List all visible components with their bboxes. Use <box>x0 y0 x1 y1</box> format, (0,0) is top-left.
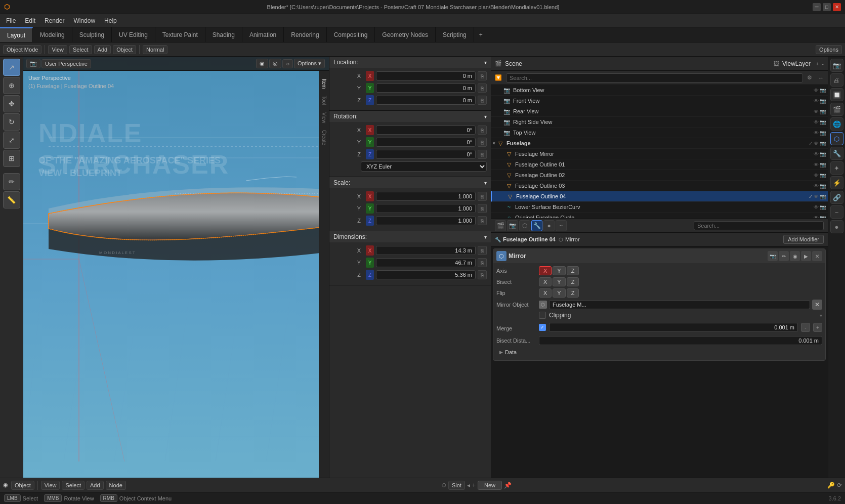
outliner-item-fuselage[interactable]: ▾ ▽ Fuselage ✓ 👁 📷 <box>491 138 828 149</box>
visibility-toggle[interactable]: 👁 <box>814 162 819 167</box>
toolbar-select[interactable]: Select <box>69 45 92 54</box>
menu-render[interactable]: Render <box>40 16 68 25</box>
scale-z-value[interactable]: 1.000 <box>376 216 476 225</box>
modifier-edit-btn[interactable]: ✏ <box>779 251 789 261</box>
physics-props-btn[interactable]: ⚡ <box>830 176 843 189</box>
outliner-item-bottom-view[interactable]: 📷 Bottom View 👁 📷 <box>491 85 828 96</box>
visibility-toggle[interactable]: 👁 <box>814 141 819 146</box>
pin-icon[interactable]: 📌 <box>504 482 512 489</box>
location-y-value[interactable]: 0 m <box>376 83 476 93</box>
remove-scene-icon[interactable]: - <box>822 61 824 67</box>
outliner-search-input[interactable] <box>506 73 803 82</box>
modifier-camera-btn[interactable]: 📷 <box>768 251 778 261</box>
menu-help[interactable]: Help <box>100 16 121 25</box>
dim-x-value[interactable]: 14.3 m <box>376 246 476 255</box>
timeline-sync-icon[interactable]: ⟳ <box>837 482 842 489</box>
dim-y-value[interactable]: 46.7 m <box>376 258 476 267</box>
outliner-item-outline-04[interactable]: ▽ Fuselage Outline 04 ✓ 👁 📷 <box>491 191 828 202</box>
vp-tab-tool[interactable]: Tool <box>320 93 328 108</box>
render-toggle[interactable]: 📷 <box>820 141 826 146</box>
tab-modeling[interactable]: Modeling <box>33 27 72 42</box>
bisect-dist-value[interactable]: 0.001 m <box>539 336 822 345</box>
tool-scale[interactable]: ⤢ <box>3 132 20 149</box>
viewport-header-camera[interactable]: 📷 <box>26 59 40 68</box>
outliner-filter-options[interactable]: ⚙ <box>805 73 814 82</box>
tool-measure[interactable]: 📏 <box>3 191 20 208</box>
scene-props-btn[interactable]: 🎬 <box>830 103 843 116</box>
outliner-item-outline-01[interactable]: ▽ Fuselage Outline 01 👁 📷 <box>491 159 828 170</box>
add-workspace-button[interactable]: + <box>474 29 488 40</box>
tool-rotate[interactable]: ↻ <box>3 113 20 131</box>
render-toggle[interactable]: 📷 <box>820 194 826 199</box>
view-layer-props-btn[interactable]: 🔲 <box>830 88 843 101</box>
props-object-btn[interactable]: ⬡ <box>519 220 530 231</box>
bottom-node[interactable]: Node <box>106 481 126 490</box>
flip-x-button[interactable]: X <box>539 288 552 298</box>
tool-select[interactable]: ↗ <box>3 59 20 76</box>
location-header[interactable]: Location: ▾ <box>329 57 491 68</box>
scene-name[interactable]: Scene <box>505 60 522 67</box>
data-props-btn[interactable]: ~ <box>830 205 843 219</box>
shading-selector[interactable]: Normal <box>143 45 167 54</box>
tab-texture-paint[interactable]: Texture Paint <box>155 27 205 42</box>
rotation-header[interactable]: Rotation: ▾ <box>329 111 491 122</box>
viewport-shading-material[interactable]: ◎ <box>269 59 281 68</box>
dim-y-copy[interactable]: ⎘ <box>478 258 487 267</box>
rotation-z-value[interactable]: 0° <box>376 150 476 159</box>
visibility-toggle[interactable]: 👁 <box>814 194 819 199</box>
bottom-select[interactable]: Select <box>62 481 85 490</box>
tab-layout[interactable]: Layout <box>0 27 33 42</box>
tool-move[interactable]: ✥ <box>3 95 20 112</box>
options-button[interactable]: Options <box>816 45 842 54</box>
visibility-toggle[interactable]: 👁 <box>814 130 819 136</box>
material-props-btn[interactable]: ● <box>830 220 843 233</box>
merge-checkbox[interactable]: ✓ <box>539 324 546 331</box>
outliner-item-right-side[interactable]: 📷 Right Side View 👁 📷 <box>491 117 828 128</box>
axis-z-button[interactable]: Z <box>567 266 579 275</box>
props-render-btn[interactable]: 📷 <box>507 220 518 231</box>
rotation-x-value[interactable]: 0° <box>376 125 476 135</box>
location-x-copy[interactable]: ⎘ <box>478 71 487 80</box>
world-props-btn[interactable]: 🌐 <box>830 117 843 131</box>
scale-x-copy[interactable]: ⎘ <box>478 192 487 201</box>
props-data-btn[interactable]: ~ <box>556 220 567 231</box>
clipping-checkbox[interactable] <box>539 312 546 319</box>
scale-header[interactable]: Scale: ▾ <box>329 177 491 188</box>
slot-add-btn[interactable]: + <box>472 482 476 489</box>
dim-z-value[interactable]: 5.36 m <box>376 270 476 279</box>
props-scene-btn[interactable]: 🎬 <box>495 220 506 231</box>
render-toggle[interactable]: 📷 <box>820 183 826 189</box>
check-icon[interactable]: ✓ <box>809 141 813 146</box>
dimensions-header[interactable]: Dimensions: ▾ <box>329 231 491 242</box>
outliner-item-outline-02[interactable]: ▽ Fuselage Outline 02 👁 📷 <box>491 170 828 181</box>
render-props-btn[interactable]: 📷 <box>830 59 843 72</box>
output-props-btn[interactable]: 🖨 <box>830 73 843 87</box>
render-toggle[interactable]: 📷 <box>820 173 826 178</box>
tab-scripting[interactable]: Scripting <box>436 27 474 42</box>
particles-props-btn[interactable]: ✦ <box>830 161 843 175</box>
flip-z-button[interactable]: Z <box>567 288 579 298</box>
maximize-button[interactable]: □ <box>823 3 831 11</box>
viewport-options-toggle[interactable]: Options ▾ <box>294 59 325 68</box>
menu-window[interactable]: Window <box>69 16 99 25</box>
viewport-header-mode[interactable]: User Perspective <box>41 59 91 68</box>
merge-increase-btn[interactable]: + <box>813 323 822 332</box>
tool-cursor[interactable]: ⊕ <box>3 77 20 94</box>
rotation-y-copy[interactable]: ⎘ <box>478 138 487 147</box>
object-props-btn[interactable]: ⬡ <box>830 132 843 145</box>
toolbar-object[interactable]: Object <box>113 45 136 54</box>
bottom-view[interactable]: View <box>41 481 60 490</box>
bottom-add[interactable]: Add <box>87 481 104 490</box>
tab-uv-editing[interactable]: UV Editing <box>112 27 155 42</box>
keying-set-icon[interactable]: 🔑 <box>827 482 835 489</box>
bisect-z-button[interactable]: Z <box>567 277 579 286</box>
data-toggle-button[interactable]: ▶ Data <box>499 349 819 355</box>
clipping-expand[interactable]: ▾ <box>820 313 822 318</box>
merge-value[interactable]: 0.001 m <box>549 323 798 332</box>
constraints-props-btn[interactable]: 🔗 <box>830 191 843 204</box>
visibility-toggle[interactable]: 👁 <box>814 151 819 157</box>
tool-annotate[interactable]: ✏ <box>3 173 20 190</box>
axis-x-button[interactable]: X <box>539 266 552 275</box>
tab-shading[interactable]: Shading <box>205 27 242 42</box>
visibility-toggle[interactable]: 👁 <box>814 109 819 114</box>
